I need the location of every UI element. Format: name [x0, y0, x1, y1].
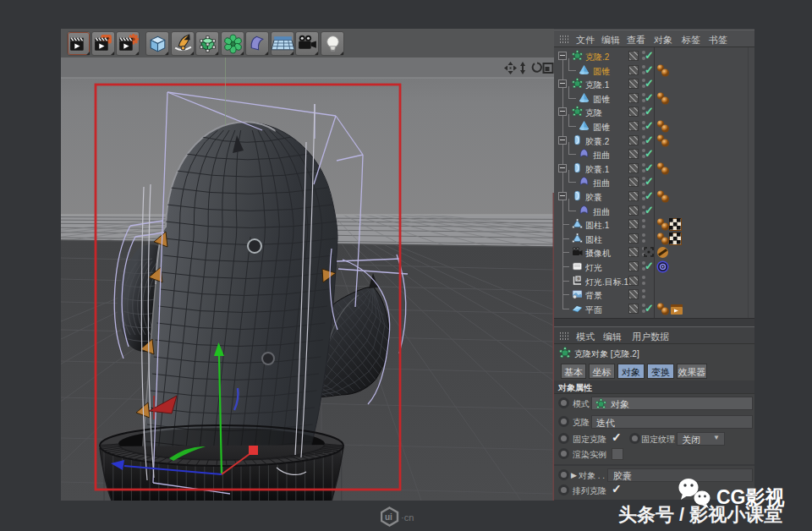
svg-text:·cn: ·cn — [401, 512, 414, 523]
svg-text:ui: ui — [385, 512, 392, 522]
